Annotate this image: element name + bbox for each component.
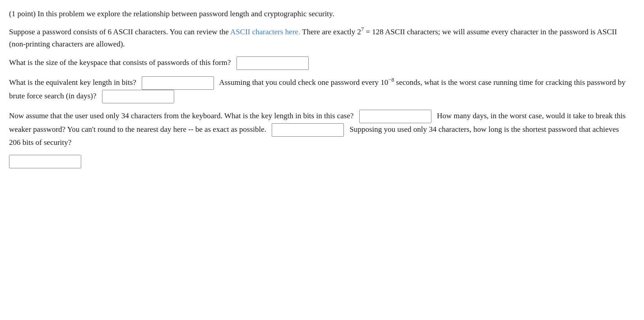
question-2-line: What is the equivalent key length in bit… [9, 76, 632, 103]
problem-header: (1 point) In this problem we explore the… [9, 8, 632, 20]
header-text: (1 point) In this problem we explore the… [9, 9, 334, 18]
exponent-7: 7 [361, 27, 364, 33]
q3b-input[interactable] [272, 123, 344, 137]
q3a-input[interactable] [359, 110, 431, 123]
q1-label: What is the size of the keyspace that co… [9, 58, 231, 67]
question-1-line: What is the size of the keyspace that co… [9, 56, 632, 70]
ascii-link[interactable]: ASCII characters here. [230, 28, 300, 36]
exponent-neg8: −8 [388, 77, 394, 83]
q2b-input[interactable] [102, 90, 174, 103]
q4-input[interactable] [9, 155, 81, 168]
paragraph-1: Suppose a password consists of 6 ASCII c… [9, 26, 632, 50]
question-3-line: Now assume that the user used only 34 ch… [9, 110, 632, 148]
problem-container: (1 point) In this problem we explore the… [9, 8, 632, 168]
para1-before-link: Suppose a password consists of 6 ASCII c… [9, 28, 230, 36]
q2a-label: What is the equivalent key length in bit… [9, 78, 136, 87]
q3-intro: Now assume that the user used only 34 ch… [9, 111, 354, 120]
question-4-line [9, 155, 632, 168]
q2a-input[interactable] [142, 76, 214, 90]
q1-input[interactable] [236, 56, 309, 70]
